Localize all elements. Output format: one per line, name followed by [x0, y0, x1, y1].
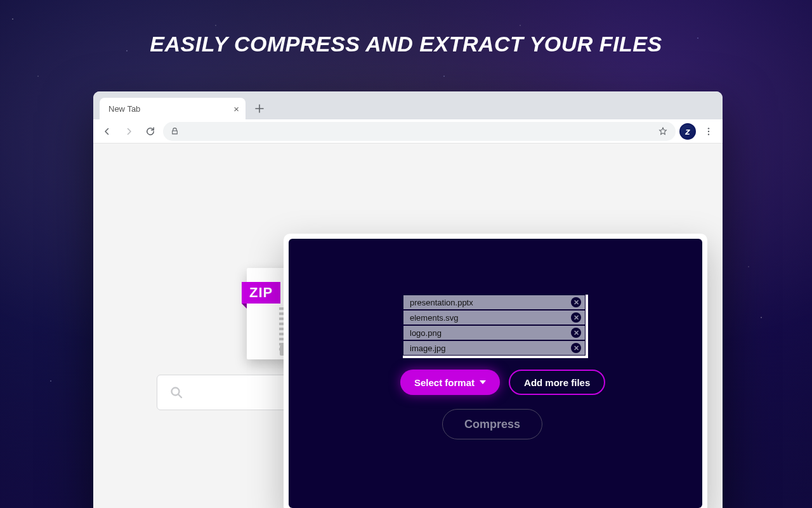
- add-more-files-button[interactable]: Add more files: [509, 370, 605, 395]
- file-name: presentation.pptx: [410, 298, 473, 307]
- file-row: logo.png ✕: [403, 325, 586, 340]
- tab-strip: New Tab ×: [93, 91, 723, 119]
- popup-panel: presentation.pptx ✕ elements.svg ✕ logo.…: [289, 239, 702, 508]
- kebab-icon: [704, 126, 714, 137]
- compress-label: Compress: [464, 418, 520, 431]
- remove-file-icon[interactable]: ✕: [571, 343, 581, 353]
- browser-tab[interactable]: New Tab ×: [100, 98, 246, 119]
- file-row: presentation.pptx ✕: [403, 295, 586, 310]
- browser-window: New Tab × z: [93, 91, 723, 508]
- arrow-left-icon: [102, 126, 113, 137]
- extension-popup: presentation.pptx ✕ elements.svg ✕ logo.…: [284, 234, 707, 508]
- tab-title: New Tab: [108, 104, 140, 114]
- caret-down-icon: [480, 380, 486, 384]
- browser-viewport: ZIP presentation.pptx ✕ elements.svg ✕ l…: [93, 144, 723, 508]
- remove-file-icon[interactable]: ✕: [571, 328, 581, 338]
- select-format-button[interactable]: Select format: [400, 370, 500, 395]
- browser-menu-button[interactable]: [700, 123, 717, 140]
- new-tab-button[interactable]: [251, 100, 268, 117]
- file-row: elements.svg ✕: [403, 310, 586, 325]
- search-icon: [169, 385, 184, 400]
- address-bar[interactable]: [163, 122, 676, 141]
- arrow-right-icon: [123, 126, 134, 137]
- lock-icon: [171, 127, 179, 135]
- extension-badge-letter: z: [685, 126, 690, 137]
- file-name: image.jpg: [410, 344, 445, 353]
- nav-back-button[interactable]: [98, 123, 116, 140]
- remove-file-icon[interactable]: ✕: [571, 297, 581, 307]
- file-name: elements.svg: [410, 313, 459, 323]
- remove-file-icon[interactable]: ✕: [571, 312, 581, 323]
- file-row: image.jpg ✕: [403, 340, 586, 356]
- compress-button[interactable]: Compress: [442, 409, 542, 439]
- select-format-label: Select format: [414, 377, 475, 388]
- action-buttons: Select format Add more files: [400, 370, 605, 395]
- add-more-files-label: Add more files: [524, 377, 590, 388]
- svg-point-0: [708, 128, 709, 129]
- svg-point-1: [708, 130, 709, 131]
- close-tab-icon[interactable]: ×: [233, 104, 239, 114]
- nav-reload-button[interactable]: [141, 123, 159, 140]
- file-list: presentation.pptx ✕ elements.svg ✕ logo.…: [403, 295, 588, 358]
- extension-badge[interactable]: z: [679, 123, 696, 140]
- promo-headline: EASILY COMPRESS AND EXTRACT YOUR FILES: [0, 32, 812, 57]
- plus-icon: [255, 104, 264, 113]
- browser-toolbar: z: [93, 119, 723, 144]
- reload-icon: [145, 126, 156, 137]
- svg-point-2: [708, 133, 709, 135]
- file-name: logo.png: [410, 328, 442, 338]
- nav-forward-button[interactable]: [120, 123, 138, 140]
- zip-badge: ZIP: [242, 282, 280, 304]
- star-icon[interactable]: [658, 126, 668, 137]
